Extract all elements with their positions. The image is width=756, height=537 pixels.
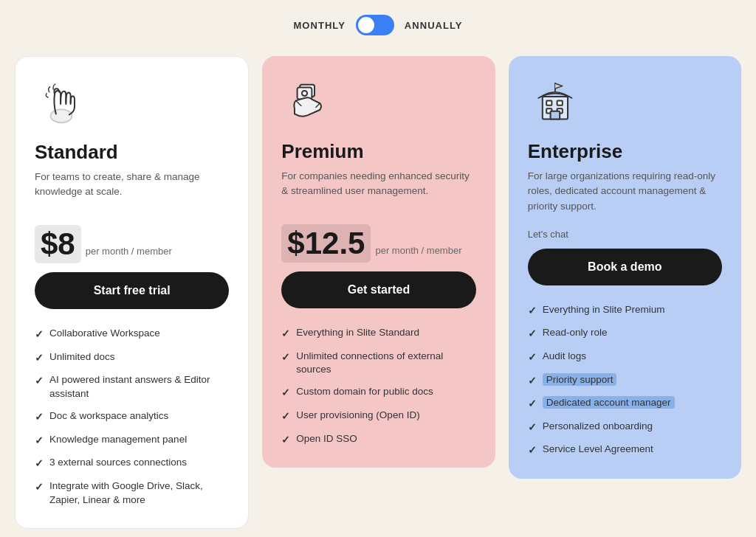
toggle-thumb [358,17,374,33]
standard-features-list: ✓Collaborative Workspace ✓Unlimited docs… [35,327,229,507]
list-item: ✓Service Level Agreement [528,443,722,458]
list-item: ✓Collaborative Workspace [35,327,229,342]
pricing-cards: Standard For teams to create, share & ma… [15,56,741,529]
monthly-label: MONTHLY [294,20,346,31]
list-item: ✓Everything in Slite Standard [281,326,475,342]
check-icon: ✓ [528,304,537,319]
billing-toggle-switch[interactable] [356,15,394,35]
check-icon: ✓ [35,328,44,342]
list-item: ✓Priority support [528,373,722,389]
premium-price-period: per month / member [375,245,461,256]
list-item: ✓Read-only role [528,326,722,342]
list-item: ✓User provisioning (Open ID) [281,409,475,424]
list-item: ✓Audit logs [528,350,722,365]
check-icon: ✓ [35,374,44,389]
priority-support-highlight: Priority support [543,373,617,386]
check-icon: ✓ [281,350,290,365]
annually-label: ANNUALLY [405,20,463,31]
premium-price-area: $12.5 per month / member [281,224,475,263]
standard-price-area: $8 per month / member [35,225,229,263]
billing-toggle: MONTHLY ANNUALLY [294,15,463,35]
svg-rect-5 [546,100,551,105]
svg-point-0 [51,109,72,122]
check-icon: ✓ [281,409,290,424]
standard-title: Standard [35,141,229,164]
premium-card: Premium For companies needing enhanced s… [262,56,495,468]
list-item: ✓AI powered instant answers & Editor ass… [35,373,229,401]
check-icon: ✓ [35,457,44,471]
list-item: ✓Personalized onboarding [528,420,722,435]
standard-description: For teams to create, share & manage know… [35,170,229,210]
check-icon: ✓ [281,433,290,448]
check-icon: ✓ [281,386,290,401]
enterprise-description: For large organizations requiring read-o… [528,169,722,214]
check-icon: ✓ [35,434,44,448]
premium-cta-button[interactable]: Get started [281,271,475,308]
list-item: ✓3 external sources connections [35,456,229,471]
list-item: ✓Doc & workspace analytics [35,409,229,425]
enterprise-icon [528,77,581,130]
premium-price: $12.5 [281,224,371,263]
check-icon: ✓ [528,420,537,435]
standard-price: $8 [35,225,81,263]
check-icon: ✓ [528,397,537,412]
standard-price-period: per month / member [86,246,172,257]
account-manager-highlight: Dedicated account manager [543,396,675,409]
check-icon: ✓ [35,410,44,425]
check-icon: ✓ [35,351,44,366]
check-icon: ✓ [528,374,537,389]
enterprise-lets-chat: Let's chat [528,229,722,240]
standard-icon [35,77,88,131]
list-item: ✓Integrate with Google Drive, Slack, Zap… [35,479,229,507]
list-item: ✓Knowledge management panel [35,433,229,448]
list-item: ✓Unlimited connections of external sourc… [281,350,475,378]
standard-card: Standard For teams to create, share & ma… [15,56,249,529]
check-icon: ✓ [528,350,537,365]
check-icon: ✓ [528,327,537,342]
list-item: ✓Dedicated account manager [528,396,722,412]
enterprise-cta-button[interactable]: Book a demo [528,249,722,285]
premium-features-list: ✓Everything in Slite Standard ✓Unlimited… [281,326,475,447]
premium-icon [281,77,334,130]
svg-rect-6 [557,100,562,105]
check-icon: ✓ [528,443,537,458]
enterprise-features-list: ✓Everything in Slite Premium ✓Read-only … [528,303,722,458]
premium-description: For companies needing enhanced security … [281,169,475,209]
enterprise-card: Enterprise For large organizations requi… [509,56,741,479]
list-item: ✓Open ID SSO [281,432,475,448]
enterprise-title: Enterprise [528,140,722,163]
list-item: ✓Unlimited docs [35,350,229,366]
premium-title: Premium [281,140,475,163]
list-item: ✓Everything in Slite Premium [528,303,722,319]
check-icon: ✓ [35,480,44,495]
list-item: ✓Custom domain for public docs [281,385,475,401]
check-icon: ✓ [281,327,290,342]
standard-cta-button[interactable]: Start free trial [35,272,229,309]
svg-rect-9 [550,111,560,119]
